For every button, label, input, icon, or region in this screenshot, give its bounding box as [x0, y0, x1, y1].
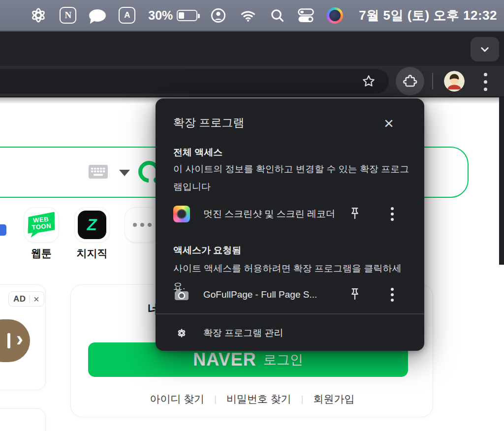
puzzle-piece-icon — [403, 74, 417, 89]
ad-close-icon[interactable]: × — [33, 294, 39, 304]
user-menu-icon[interactable] — [210, 6, 226, 24]
chevron-down-icon — [477, 42, 492, 57]
extension-more-menu[interactable] — [391, 288, 394, 302]
close-icon[interactable]: × — [378, 112, 400, 134]
input-source-icon[interactable]: A — [119, 7, 135, 24]
webtoon-logo-icon: WEB TOON — [26, 212, 57, 238]
battery-percent-label: 30% — [148, 8, 173, 23]
signup-link[interactable]: 회원가입 — [314, 392, 355, 406]
link-separator: | — [214, 394, 217, 404]
control-center-icon[interactable] — [298, 6, 314, 24]
toolbar-separator — [432, 73, 433, 90]
ad-chevron-icon: › — [16, 327, 23, 351]
full-access-description: 이 사이트의 정보를 확인하고 변경할 수 있는 확장 프로그램입니다 — [173, 160, 411, 196]
wifi-icon[interactable] — [239, 6, 257, 24]
login-button-label: 로그인 — [263, 351, 303, 369]
naver-logo: NAVER — [193, 349, 256, 370]
battery-status[interactable]: 30% — [148, 8, 197, 23]
scrollbar-thumb[interactable] — [499, 97, 504, 265]
browser-tabstrip — [0, 31, 504, 66]
shortcut-chzzk[interactable]: Z — [74, 207, 110, 243]
menubar-clock[interactable]: 7월 5일 (토) 오후 12:32 — [359, 7, 497, 24]
search-options-caret-icon[interactable] — [119, 170, 130, 182]
extension-name: 멋진 스크린샷 및 스크린 레코더 — [203, 208, 348, 220]
popup-title: 확장 프로그램 — [173, 115, 244, 130]
occluded-text-fragment: 네 — [148, 300, 156, 316]
extension-name: GoFullPage - Full Page S... — [203, 289, 348, 300]
extension-row-screenshot[interactable]: 멋진 스크린샷 및 스크린 레코더 — [173, 199, 407, 229]
notion-icon[interactable]: N — [60, 7, 76, 24]
pin-icon[interactable] — [348, 207, 361, 221]
manage-extensions-button[interactable]: 확장 프로그램 관리 — [173, 318, 407, 348]
chatgpt-icon[interactable] — [30, 6, 47, 24]
pin-icon[interactable] — [348, 287, 361, 302]
full-access-heading: 전체 액세스 — [173, 146, 222, 159]
spotlight-search-icon[interactable] — [270, 6, 285, 24]
bookmark-star-icon[interactable] — [361, 74, 376, 89]
browser-toolbar — [0, 66, 504, 97]
ad-badge[interactable]: AD × — [8, 291, 44, 307]
messages-bubble-icon[interactable] — [89, 6, 106, 24]
siri-icon[interactable] — [327, 6, 343, 24]
keyboard-icon[interactable] — [89, 165, 108, 181]
link-separator: | — [301, 394, 304, 404]
chrome-menu-button[interactable] — [484, 73, 487, 91]
chzzk-logo-icon: Z — [78, 211, 106, 239]
screenshot-extension-icon — [173, 206, 190, 222]
ad-image-bar — [7, 333, 10, 348]
manage-extensions-label: 확장 프로그램 관리 — [203, 327, 284, 339]
ad-image-partial[interactable]: › — [0, 319, 30, 362]
shortcut-chzzk-label[interactable]: 치지직 — [65, 246, 119, 260]
extensions-menu-button[interactable] — [396, 67, 424, 95]
bottom-card-partial — [0, 408, 46, 431]
find-id-link[interactable]: 아이디 찾기 — [150, 392, 204, 406]
extension-more-menu[interactable] — [391, 207, 394, 221]
ad-card[interactable]: AD × › — [0, 284, 46, 390]
access-requested-heading: 액세스가 요청됨 — [173, 244, 241, 257]
ad-badge-separator — [30, 295, 31, 303]
shortcut-mail-icon-partial[interactable] — [0, 224, 6, 236]
shortcut-webtoon[interactable]: WEB TOON — [24, 207, 59, 243]
shortcut-more[interactable] — [125, 207, 160, 243]
tab-search-chevron-button[interactable] — [471, 37, 499, 62]
gear-icon — [173, 325, 190, 341]
macos-menubar: N A 30% 7월 5일 (토) 오후 12:32 — [0, 0, 504, 31]
more-dots-icon — [133, 223, 152, 227]
popup-divider — [156, 313, 424, 314]
login-links-row: 아이디 찾기 | 비밀번호 찾기 | 회원가입 — [71, 392, 434, 406]
shortcut-webtoon-label[interactable]: 웹툰 — [14, 246, 68, 260]
extensions-popup: 확장 프로그램 × 전체 액세스 이 사이트의 정보를 확인하고 변경할 수 있… — [156, 98, 424, 351]
gofullpage-camera-icon — [173, 286, 190, 303]
ad-label: AD — [13, 294, 26, 304]
find-password-link[interactable]: 비밀번호 찾기 — [226, 392, 291, 406]
battery-icon — [177, 10, 197, 21]
profile-avatar[interactable] — [444, 71, 465, 92]
chzzk-letter: Z — [86, 216, 99, 234]
address-bar[interactable] — [0, 69, 389, 93]
webtoon-badge-line2: TOON — [32, 222, 51, 231]
extension-row-gofullpage[interactable]: GoFullPage - Full Page S... — [173, 279, 407, 310]
